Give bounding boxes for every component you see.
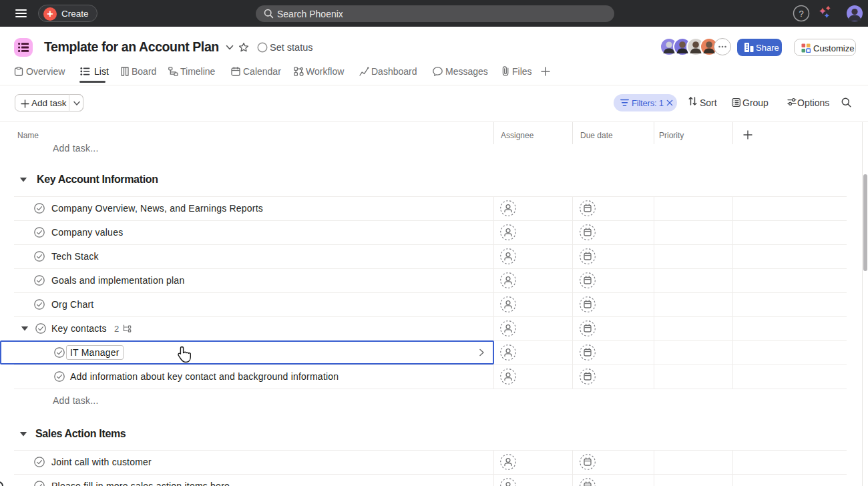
svg-text:?: ? [799, 9, 803, 19]
